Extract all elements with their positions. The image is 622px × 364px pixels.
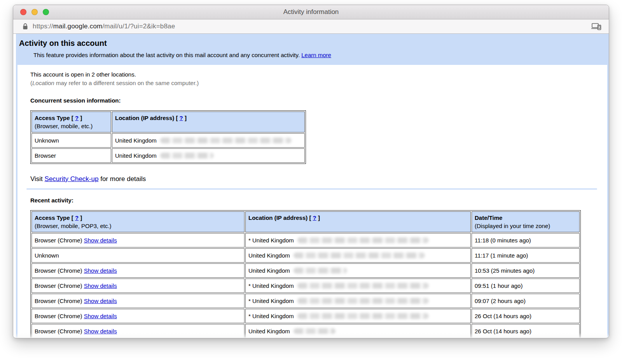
window-titlebar: Activity information — [13, 5, 609, 19]
table-row: Browser (Chrome) Show details United Kin… — [31, 324, 580, 338]
datetime-cell: 09:07 (2 hours ago) — [472, 294, 580, 308]
location-cell: United Kingdom — [245, 248, 471, 263]
lock-icon[interactable] — [23, 23, 28, 30]
access-type-cell: Browser (Chrome) Show details — [31, 263, 245, 278]
table-row: Browser (Chrome) Show details * United K… — [31, 309, 580, 323]
location-word: Location — [32, 80, 54, 86]
access-type-cell: Browser (Chrome) Show details — [31, 324, 245, 338]
security-checkup-link[interactable]: Security Check-up — [45, 175, 99, 183]
address-bar[interactable]: https://mail.google.com/mail/u/1/?ui=2&i… — [13, 19, 609, 34]
datetime-cell: 11:18 (0 minutes ago) — [472, 233, 580, 247]
url-path: /mail/u/1/?ui=2&ik=b8ae — [102, 23, 175, 30]
location-header: Location (IP address) [ ? ] — [245, 211, 471, 232]
datetime-cell: 09:51 (1 hour ago) — [472, 279, 580, 293]
access-type-header: Access Type [ ? ] (Browser, mobile, etc.… — [31, 111, 111, 132]
table-row: Browser (Chrome) Show details * United K… — [31, 294, 580, 308]
devices-icon[interactable] — [591, 23, 602, 30]
access-type-cell: Browser (Chrome) Show details — [31, 233, 245, 247]
current-session-asterisk: * — [248, 282, 252, 289]
location-cell: * United Kingdom — [245, 233, 471, 247]
location-help-link[interactable]: ? — [180, 115, 183, 121]
current-session-asterisk: * — [248, 298, 252, 304]
page-description: This feature provides information about … — [33, 52, 609, 58]
traffic-lights — [20, 9, 49, 15]
location-cell: * United Kingdom — [245, 279, 471, 293]
redacted-ip — [294, 253, 425, 258]
location-cell: United Kingdom — [245, 324, 471, 338]
datetime-header: Date/Time (Displayed in your time zone) — [472, 211, 580, 232]
learn-more-link[interactable]: Learn more — [301, 52, 331, 58]
access-type-cell: Unknown — [31, 133, 111, 148]
redacted-ip — [160, 138, 292, 143]
location-help-link[interactable]: ? — [313, 214, 316, 221]
recent-activity-heading: Recent activity: — [30, 197, 607, 204]
table-row: Unknown United Kingdom 11:17 (1 minute a… — [31, 248, 580, 263]
open-locations-summary: This account is open in 2 other location… — [30, 70, 607, 87]
open-locations-line: This account is open in 2 other location… — [30, 71, 136, 78]
page-header-banner: Activity on this account This feature pr… — [16, 34, 609, 65]
location-cell: United Kingdom — [112, 133, 305, 148]
show-details-link[interactable]: Show details — [84, 282, 117, 289]
current-session-asterisk: * — [248, 237, 252, 244]
concurrent-sessions-table: Access Type [ ? ] (Browser, mobile, etc.… — [30, 110, 306, 164]
access-type-cell: Unknown — [31, 248, 245, 263]
show-details-link[interactable]: Show details — [84, 313, 117, 319]
access-type-header: Access Type [ ? ] (Browser, mobile, POP3… — [31, 211, 245, 232]
datetime-subtitle: (Displayed in your time zone) — [475, 223, 550, 229]
access-type-help-link[interactable]: ? — [75, 214, 79, 221]
access-type-cell: Browser (Chrome) Show details — [31, 309, 245, 323]
redacted-ip — [297, 283, 429, 289]
activity-popup-window: Activity information https://mail.google… — [13, 5, 609, 338]
access-type-help-link[interactable]: ? — [75, 115, 79, 121]
description-text: This feature provides information about … — [33, 52, 300, 58]
window-title: Activity information — [13, 8, 609, 16]
table-row: Browser (Chrome) Show details * United K… — [31, 279, 580, 293]
page-title: Activity on this account — [19, 39, 609, 48]
datetime-cell: 26 Oct (14 hours ago) — [472, 324, 580, 338]
access-type-subtitle: (Browser, mobile, POP3, etc.) — [35, 223, 112, 229]
concurrent-sessions-heading: Concurrent session information: — [30, 97, 607, 104]
datetime-cell: 10:53 (25 minutes ago) — [472, 263, 580, 278]
access-type-cell: Browser (Chrome) Show details — [31, 279, 245, 293]
location-cell: United Kingdom — [245, 263, 471, 278]
access-type-cell: Browser (Chrome) Show details — [31, 294, 245, 308]
close-button[interactable] — [20, 9, 26, 15]
table-header-row: Access Type [ ? ] (Browser, mobile, POP3… — [31, 211, 580, 232]
datetime-cell: 26 Oct (14 hours ago) — [472, 309, 580, 323]
datetime-cell: 11:17 (1 minute ago) — [472, 248, 580, 263]
show-details-link[interactable]: Show details — [84, 298, 117, 304]
table-row: Browser (Chrome) Show details * United K… — [31, 233, 580, 247]
page-body: This account is open in 2 other location… — [16, 65, 609, 338]
redacted-ip — [294, 268, 347, 273]
location-cell: * United Kingdom — [245, 309, 471, 323]
table-row: Unknown United Kingdom — [31, 133, 305, 148]
redacted-ip — [297, 298, 429, 304]
show-details-link[interactable]: Show details — [84, 237, 117, 244]
url-scheme: https:// — [33, 23, 53, 30]
location-header: Location (IP address) [ ? ] — [112, 111, 305, 132]
zoom-button[interactable] — [43, 9, 49, 15]
redacted-ip — [160, 153, 214, 158]
minimize-button[interactable] — [31, 9, 38, 15]
url-text: https://mail.google.com/mail/u/1/?ui=2&i… — [33, 23, 175, 30]
table-row: Browser (Chrome) Show details United Kin… — [31, 263, 580, 278]
location-cell: United Kingdom — [112, 148, 305, 163]
url-host: mail.google.com — [53, 23, 103, 30]
access-type-cell: Browser — [31, 148, 111, 163]
show-details-link[interactable]: Show details — [84, 328, 117, 334]
redacted-ip — [297, 313, 429, 319]
redacted-ip — [294, 328, 335, 334]
section-divider — [26, 188, 597, 190]
current-session-asterisk: * — [248, 313, 252, 319]
table-row: Browser United Kingdom — [31, 148, 305, 163]
location-cell: * United Kingdom — [245, 294, 471, 308]
show-details-link[interactable]: Show details — [84, 267, 117, 274]
access-type-subtitle: (Browser, mobile, etc.) — [35, 123, 93, 129]
redacted-ip — [297, 237, 429, 243]
location-note: (Location may refer to a different sessi… — [30, 80, 199, 86]
security-checkup-line: Visit Security Check-up for more details — [30, 175, 607, 183]
page-content: Activity on this account This feature pr… — [13, 34, 609, 338]
recent-activity-table: Access Type [ ? ] (Browser, mobile, POP3… — [30, 210, 581, 338]
table-header-row: Access Type [ ? ] (Browser, mobile, etc.… — [31, 111, 305, 132]
